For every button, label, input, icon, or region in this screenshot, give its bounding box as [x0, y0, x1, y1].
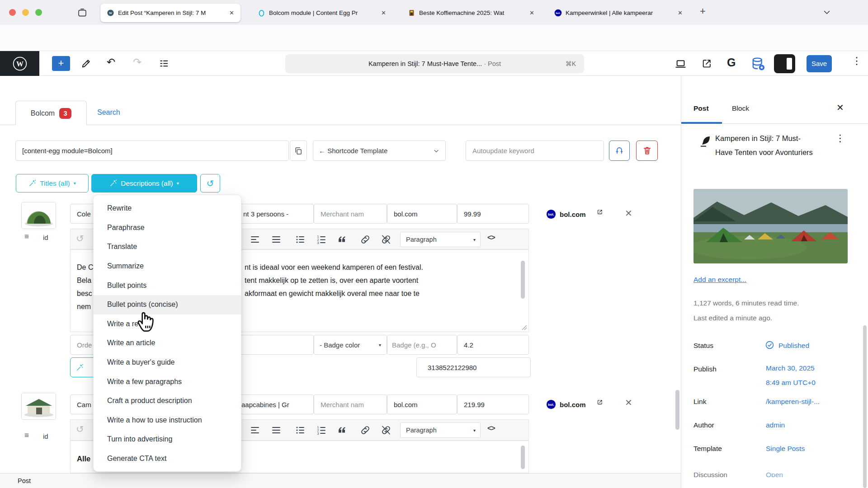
post-actions-kebab-icon[interactable]: ⋮: [835, 133, 845, 144]
menu-item[interactable]: Write a review: [94, 314, 241, 334]
merchant-input[interactable]: [387, 204, 457, 224]
badge-color-select[interactable]: - Badge color ▾: [314, 335, 387, 355]
merchant-input[interactable]: [387, 394, 457, 414]
menu-item[interactable]: Generate CTA text: [94, 449, 241, 469]
tab-close-icon[interactable]: ✕: [379, 9, 388, 17]
tools-pencil-icon[interactable]: [80, 58, 92, 69]
sidebar-tab-post[interactable]: Post: [693, 104, 709, 113]
publish-date[interactable]: March 30, 2025: [766, 364, 815, 372]
settings-panel-toggle[interactable]: [774, 54, 795, 73]
bullet-list-icon[interactable]: [295, 234, 306, 245]
sidebar-scrollbar[interactable]: [863, 325, 867, 488]
traffic-zoom-button[interactable]: [35, 9, 42, 16]
template-value[interactable]: Single Posts: [766, 445, 805, 453]
paragraph-style-select[interactable]: Paragraph ▾: [400, 422, 481, 438]
badge-text-input[interactable]: [387, 335, 457, 355]
shortcode-template-select[interactable]: ← Shortcode Template: [313, 141, 446, 161]
menu-item[interactable]: Summarize: [94, 257, 241, 276]
tab-close-icon[interactable]: ✕: [227, 9, 236, 17]
list-all-tabs-icon[interactable]: [822, 7, 832, 17]
menu-item[interactable]: Write an article: [94, 333, 241, 353]
sidebar-post-title[interactable]: Kamperen in Stijl: 7 Must-Have Tenten vo…: [715, 131, 817, 160]
align-left-icon[interactable]: [250, 234, 260, 245]
textarea-scrollbar[interactable]: [521, 261, 525, 299]
external-link-icon[interactable]: [597, 209, 603, 215]
block-inserter-button[interactable]: +: [52, 56, 70, 71]
traffic-close-button[interactable]: [9, 9, 16, 16]
new-tab-button[interactable]: +: [700, 5, 706, 17]
store-link[interactable]: bol.com: [560, 211, 586, 218]
link-value[interactable]: /kamperen-stijl-...: [766, 398, 820, 406]
external-link-icon[interactable]: [597, 399, 603, 405]
view-post-external-icon[interactable]: [701, 58, 712, 69]
drag-handle-icon[interactable]: ≡: [24, 431, 29, 440]
traffic-minimize-button[interactable]: [22, 9, 29, 16]
ean-input[interactable]: [416, 357, 531, 377]
textarea-scrollbar[interactable]: [521, 446, 525, 469]
author-value[interactable]: admin: [766, 421, 785, 429]
grammarly-icon[interactable]: G: [727, 56, 736, 69]
menu-item[interactable]: Translate: [94, 237, 241, 257]
menu-item[interactable]: Write a few paragraphs: [94, 372, 241, 391]
tab-search[interactable]: Search: [97, 108, 120, 117]
bullet-list-icon[interactable]: [295, 425, 306, 436]
copy-shortcode-button[interactable]: [290, 141, 307, 161]
rating-input[interactable]: [457, 335, 529, 355]
menu-item[interactable]: Paraphrase: [94, 218, 241, 238]
autoupdate-keyword-input[interactable]: [466, 141, 604, 161]
browser-tab-active[interactable]: Edit Post “Kamperen in Stijl: 7 M ✕: [100, 4, 241, 22]
undo-button[interactable]: ↶: [107, 56, 115, 68]
tab-close-icon[interactable]: ✕: [528, 9, 536, 17]
save-button[interactable]: Save: [807, 55, 832, 72]
menu-item[interactable]: Craft a product description: [94, 391, 241, 411]
options-kebab-icon[interactable]: ⋮: [852, 55, 862, 67]
wordpress-logo[interactable]: [0, 51, 39, 76]
redo-button[interactable]: ↷: [133, 56, 142, 68]
remove-product-button[interactable]: ✕: [625, 208, 632, 219]
tab-bolcom[interactable]: Bolcom 3: [15, 101, 87, 125]
blockquote-icon[interactable]: [336, 234, 347, 245]
menu-item[interactable]: Write a buyer's guide: [94, 353, 241, 372]
browser-tab-2[interactable]: Bolcom module | Content Egg Pr ✕: [251, 4, 392, 22]
ai-refresh-button[interactable]: ↺: [200, 174, 220, 192]
price-input[interactable]: [457, 204, 529, 224]
menu-item[interactable]: Turn into advertising: [94, 430, 241, 449]
link-icon[interactable]: [360, 425, 371, 436]
content-scrollbar[interactable]: [675, 390, 679, 430]
menu-item-highlighted[interactable]: Bullet points (concise): [94, 295, 241, 314]
unlink-icon[interactable]: [381, 425, 392, 436]
store-link[interactable]: bol.com: [560, 401, 586, 408]
tab-close-icon[interactable]: ✕: [676, 9, 684, 17]
undo-icon[interactable]: ↺: [76, 233, 84, 244]
database-plugin-icon[interactable]: [750, 56, 765, 71]
menu-item[interactable]: Write a how to use instruction: [94, 411, 241, 430]
resize-handle-icon[interactable]: [522, 325, 527, 330]
merchant-name-input[interactable]: [314, 204, 387, 224]
undo-icon[interactable]: ↺: [76, 424, 84, 435]
numbered-list-icon[interactable]: [316, 425, 327, 436]
sidebar-tab-block[interactable]: Block: [732, 104, 749, 113]
product-thumbnail[interactable]: [21, 393, 56, 420]
link-icon[interactable]: [360, 234, 371, 245]
blockquote-icon[interactable]: [336, 425, 347, 436]
list-view-icon[interactable]: [158, 58, 170, 69]
shortcode-input[interactable]: [15, 141, 289, 161]
remove-product-button[interactable]: ✕: [625, 397, 632, 408]
justify-icon[interactable]: [271, 425, 282, 436]
status-value[interactable]: Published: [778, 342, 809, 350]
add-excerpt-link[interactable]: Add an excerpt...: [693, 276, 746, 284]
breadcrumb[interactable]: Post: [18, 474, 31, 488]
close-sidebar-icon[interactable]: ✕: [836, 102, 844, 113]
paragraph-style-select[interactable]: Paragraph ▾: [400, 232, 481, 247]
merchant-name-input[interactable]: [314, 394, 387, 414]
drag-handle-icon[interactable]: ≡: [24, 232, 29, 241]
delete-module-button[interactable]: [636, 141, 658, 161]
featured-image[interactable]: [693, 189, 848, 263]
product-thumbnail[interactable]: [21, 202, 56, 229]
price-input[interactable]: [457, 394, 529, 414]
unlink-icon[interactable]: [381, 234, 392, 245]
menu-item[interactable]: Bullet points: [94, 276, 241, 295]
keyword-magnet-button[interactable]: [609, 141, 630, 161]
browser-tab-3[interactable]: Beste Koffiemachine 2025: Wat ✕: [401, 4, 541, 22]
firefox-view-icon[interactable]: [77, 7, 88, 18]
